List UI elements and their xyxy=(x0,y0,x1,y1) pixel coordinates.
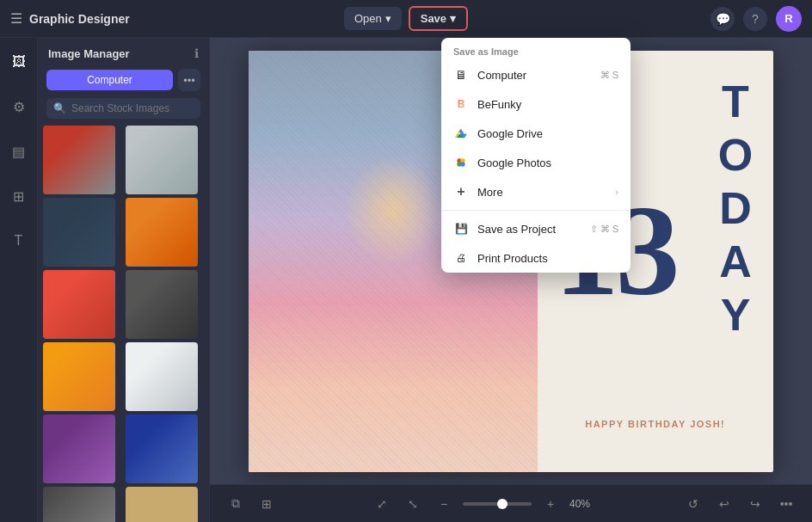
sidebar-item-layers[interactable]: ▤ xyxy=(5,138,33,165)
sidebar-item-text[interactable]: T xyxy=(5,227,33,255)
tab-more-button[interactable]: ••• xyxy=(178,69,200,91)
panel-header: Image Manager ℹ xyxy=(38,38,209,69)
dropdown-item-gdrive[interactable]: Google Drive xyxy=(441,119,631,148)
search-icon: 🔍 xyxy=(53,102,66,114)
search-input[interactable] xyxy=(71,102,194,114)
open-chevron-icon: ▾ xyxy=(385,12,391,25)
hamburger-icon[interactable]: ☰ xyxy=(10,10,22,27)
redo-icon[interactable]: ↪ xyxy=(743,492,767,516)
tab-computer[interactable]: Computer xyxy=(46,70,173,90)
plus-icon xyxy=(453,184,469,200)
dropdown-divider xyxy=(441,210,631,211)
today-vertical-text: TODAY xyxy=(713,77,758,343)
list-item[interactable] xyxy=(43,415,115,483)
bottom-bar-center: ⤢ ⤡ − + 40% xyxy=(370,492,590,516)
list-item[interactable] xyxy=(43,198,115,267)
topbar-right: 💬 ? R xyxy=(477,6,802,32)
dropdown-item-gphotos[interactable]: Google Photos xyxy=(441,148,631,177)
list-item[interactable] xyxy=(43,270,115,339)
bottom-bar-right: ↺ ↩ ↪ ••• xyxy=(681,492,798,516)
list-item[interactable] xyxy=(43,342,115,411)
zoom-slider[interactable] xyxy=(463,502,532,506)
save-button[interactable]: Save ▾ xyxy=(409,6,468,31)
icon-sidebar: 🖼 ⚙ ▤ ⊞ T xyxy=(0,38,38,522)
list-item[interactable] xyxy=(126,342,198,411)
open-button[interactable]: Open ▾ xyxy=(344,7,402,30)
svg-point-3 xyxy=(460,162,464,166)
undo2-icon[interactable]: ↩ xyxy=(712,492,736,516)
topbar-left: ☰ Graphic Designer xyxy=(10,10,335,27)
zoom-label: 40% xyxy=(569,498,590,510)
save-dropdown-menu: Save as Image Computer ⌘S BeFunky Google… xyxy=(441,38,631,273)
undo-icon[interactable]: ↺ xyxy=(681,492,705,516)
avatar[interactable]: R xyxy=(776,6,802,32)
more-bottom-icon[interactable]: ••• xyxy=(774,492,798,516)
search-bar: 🔍 xyxy=(46,98,200,119)
list-item[interactable] xyxy=(126,415,198,483)
dropdown-item-more-label: More xyxy=(477,186,503,199)
crop-icon[interactable]: ⤡ xyxy=(401,492,425,516)
sidebar-item-images[interactable]: 🖼 xyxy=(5,48,33,76)
dropdown-item-gphotos-label: Google Photos xyxy=(477,157,551,169)
befunky-icon xyxy=(453,96,469,112)
panel-tabs: Computer ••• xyxy=(38,69,209,98)
list-item[interactable] xyxy=(43,126,115,194)
birthday-text: HAPPY BIRTHDAY JOSH! xyxy=(546,419,766,429)
dropdown-item-save-project-label: Save as Project xyxy=(477,223,556,236)
save-chevron-icon: ▾ xyxy=(450,12,456,25)
image-panel: Image Manager ℹ Computer ••• 🔍 WDOT GAM xyxy=(38,38,210,522)
dropdown-item-computer-label: Computer xyxy=(477,69,526,82)
dropdown-item-save-project[interactable]: Save as Project ⇧⌘S xyxy=(441,214,631,243)
info-icon[interactable]: ℹ xyxy=(194,46,199,60)
app-title: Graphic Designer xyxy=(29,12,130,26)
sidebar-item-adjustments[interactable]: ⚙ xyxy=(5,93,33,120)
topbar-center: Open ▾ Save ▾ xyxy=(344,6,468,31)
save-project-shortcut: ⇧⌘S xyxy=(590,224,618,235)
monitor-icon xyxy=(453,67,469,83)
gphotos-icon xyxy=(453,155,469,170)
help-icon[interactable]: ? xyxy=(743,7,767,31)
computer-shortcut: ⌘S xyxy=(600,70,618,81)
image-grid: WDOT GAM The savi xyxy=(38,126,209,522)
fit-icon[interactable]: ⤢ xyxy=(370,492,394,516)
zoom-out-icon[interactable]: − xyxy=(432,492,456,516)
zoom-in-icon[interactable]: + xyxy=(538,492,563,516)
bottom-bar: ⧉ ⊞ ⤢ ⤡ − + 40% ↺ ↩ ↪ ••• xyxy=(210,484,812,522)
print-icon xyxy=(453,250,469,266)
list-item[interactable]: The savi xyxy=(126,487,198,522)
sidebar-item-elements[interactable]: ⊞ xyxy=(5,182,33,210)
dropdown-section-label: Save as Image xyxy=(441,38,631,60)
gdrive-icon xyxy=(453,126,469,141)
list-item[interactable] xyxy=(126,126,198,194)
dropdown-item-more[interactable]: More › xyxy=(441,177,631,206)
topbar: ☰ Graphic Designer Open ▾ Save ▾ 💬 ? R xyxy=(0,0,812,38)
dropdown-item-print[interactable]: Print Products xyxy=(441,243,631,273)
dropdown-item-befunky[interactable]: BeFunky xyxy=(441,89,631,119)
dropdown-item-computer[interactable]: Computer ⌘S xyxy=(441,60,631,89)
dropdown-item-print-label: Print Products xyxy=(477,252,548,265)
panel-title: Image Manager xyxy=(48,47,130,60)
list-item[interactable] xyxy=(126,270,198,339)
bottom-bar-left: ⧉ ⊞ xyxy=(224,492,279,516)
layers-bottom-icon[interactable]: ⧉ xyxy=(224,492,248,516)
zoom-handle[interactable] xyxy=(497,499,508,509)
list-item[interactable]: WDOT GAM xyxy=(43,487,115,522)
dropdown-item-gdrive-label: Google Drive xyxy=(477,127,543,140)
dropdown-item-befunky-label: BeFunky xyxy=(477,98,521,111)
list-item[interactable] xyxy=(126,198,198,267)
chat-icon[interactable]: 💬 xyxy=(710,7,735,31)
grid-bottom-icon[interactable]: ⊞ xyxy=(255,492,279,516)
main-layout: 🖼 ⚙ ▤ ⊞ T Image Manager ℹ Computer ••• 🔍 xyxy=(0,38,812,522)
floppy-icon xyxy=(453,221,469,236)
more-chevron-icon: › xyxy=(615,187,618,197)
